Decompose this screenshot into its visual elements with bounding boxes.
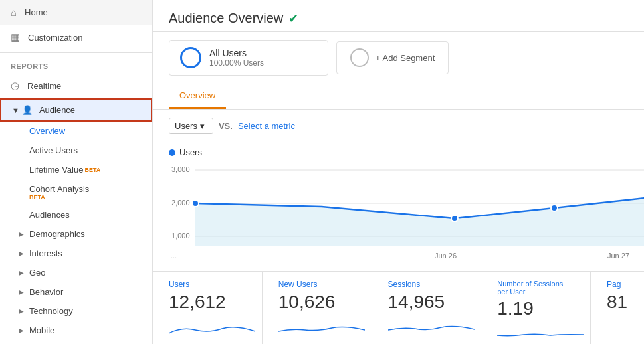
lifetime-beta-badge: BETA [84, 167, 100, 173]
audience-label: Audience [39, 105, 75, 115]
sidebar-item-cohort-analysis[interactable]: Cohort Analysis BETA [0, 179, 152, 205]
mobile-arrow-icon: ▶ [19, 327, 24, 334]
sidebar-item-interests[interactable]: ▶ Interests [0, 244, 152, 263]
geo-arrow-icon: ▶ [19, 269, 24, 276]
chart-dot-start [192, 200, 199, 207]
interests-arrow-icon: ▶ [19, 250, 24, 257]
chart-legend: Users [169, 147, 628, 157]
stat-value-sessions: 14,965 [388, 292, 465, 313]
dropdown-arrow-icon: ▾ [200, 121, 205, 131]
reports-section-label: REPORTS [0, 56, 152, 73]
tabs-bar: Overview [153, 84, 644, 110]
audience-expand-arrow: ▼ [12, 106, 19, 114]
sidebar-item-technology[interactable]: ▶ Technology [0, 301, 152, 321]
dropdown-label: Users [175, 121, 197, 131]
sidebar-audience-header[interactable]: ▼ 👤 Audience [0, 98, 152, 122]
stat-label-users[interactable]: Users [169, 280, 246, 289]
sparkline-new-users [278, 317, 365, 337]
stat-value-sessions-per-user: 1.19 [497, 298, 574, 319]
segment-pct: 100.00% Users [209, 58, 264, 68]
stat-value-new-users: 10,626 [278, 292, 356, 313]
technology-arrow-icon: ▶ [19, 307, 24, 315]
demographics-arrow-icon: ▶ [19, 230, 24, 238]
chart-dot-mid [451, 215, 458, 222]
sparkline-users [169, 317, 255, 337]
home-label: Home [25, 7, 48, 17]
add-segment-button[interactable]: + Add Segment [336, 41, 449, 74]
svg-text:1,000: 1,000 [171, 232, 190, 240]
sparkline-sessions [388, 317, 475, 337]
stat-label-new-users[interactable]: New Users [278, 280, 356, 289]
sidebar-item-lifetime-value[interactable]: Lifetime Value BETA [0, 160, 152, 179]
realtime-label: Realtime [27, 81, 61, 91]
main-header: Audience Overview ✔ [153, 0, 644, 32]
chart-area: Users 3,000 2,000 1,000 . [153, 142, 644, 268]
customization-label: Customization [28, 33, 82, 43]
sidebar-item-geo[interactable]: ▶ Geo [0, 263, 152, 282]
customization-icon: ▦ [11, 31, 20, 43]
all-users-segment[interactable]: All Users 100.00% Users [169, 40, 328, 76]
sidebar-item-mobile[interactable]: ▶ Mobile [0, 321, 152, 340]
stat-card-new-users: New Users 10,626 [263, 272, 372, 344]
sidebar-item-realtime[interactable]: ◷ Realtime [0, 73, 152, 98]
stat-label-sessions[interactable]: Sessions [388, 280, 465, 289]
add-segment-label: + Add Segment [376, 53, 435, 63]
stat-value-users: 12,612 [169, 292, 246, 313]
chart-svg-container: 3,000 2,000 1,000 ... Jun 26 Jun 27 [169, 160, 628, 268]
legend-dot-users [169, 149, 175, 156]
segment-circle [180, 47, 201, 68]
sidebar-item-overview[interactable]: Overview [0, 122, 152, 141]
sidebar-item-audiences[interactable]: Audiences [0, 205, 152, 224]
sidebar-item-active-users[interactable]: Active Users [0, 141, 152, 160]
svg-text:Jun 26: Jun 26 [435, 252, 457, 260]
cohort-beta-badge: BETA [29, 194, 45, 201]
svg-text:3,000: 3,000 [171, 165, 190, 173]
stats-row: Users 12,612 New Users 10,626 Sessions 1… [153, 271, 644, 344]
select-metric-link[interactable]: Select a metric [238, 121, 295, 131]
main-content: Audience Overview ✔ All Users 100.00% Us… [153, 0, 644, 344]
sidebar-item-customization[interactable]: ▦ Customization [0, 25, 152, 50]
svg-text:...: ... [171, 252, 177, 260]
sidebar-item-cross-device[interactable]: ▶ Cross Device BETA [0, 340, 152, 344]
users-metric-dropdown[interactable]: Users ▾ [169, 118, 213, 134]
verified-icon: ✔ [288, 11, 298, 26]
sparkline-sessions-per-user [497, 323, 584, 343]
stat-value-pages: 81 [607, 292, 628, 313]
legend-label-users: Users [179, 147, 202, 157]
stat-card-sessions: Sessions 14,965 [372, 272, 482, 344]
sidebar-item-behavior[interactable]: ▶ Behavior [0, 282, 152, 301]
home-icon: ⌂ [11, 7, 17, 18]
segment-bar: All Users 100.00% Users + Add Segment [153, 32, 644, 84]
stat-card-pages: Pag 81 [591, 272, 644, 344]
svg-text:Jun 27: Jun 27 [607, 252, 629, 260]
segment-info: All Users 100.00% Users [209, 48, 264, 68]
stat-label-sessions-per-user[interactable]: Number of Sessions per User [497, 280, 574, 296]
sidebar-item-demographics[interactable]: ▶ Demographics [0, 224, 152, 244]
stat-card-users: Users 12,612 [153, 272, 263, 344]
svg-text:2,000: 2,000 [171, 199, 190, 207]
audience-person-icon: 👤 [22, 105, 33, 115]
behavior-arrow-icon: ▶ [19, 288, 24, 296]
add-segment-circle-icon [350, 48, 369, 67]
vs-label: VS. [219, 121, 233, 131]
chart-dot-jun27 [551, 205, 558, 211]
metric-controls: Users ▾ VS. Select a metric [153, 110, 644, 142]
stat-card-sessions-per-user: Number of Sessions per User 1.19 [481, 272, 591, 344]
sidebar: ⌂ Home ▦ Customization REPORTS ◷ Realtim… [0, 0, 153, 344]
line-chart: 3,000 2,000 1,000 ... Jun 26 Jun 27 [169, 160, 644, 266]
tab-overview[interactable]: Overview [169, 84, 226, 109]
segment-name: All Users [209, 48, 264, 58]
realtime-icon: ◷ [11, 80, 19, 92]
page-title: Audience Overview [169, 11, 283, 26]
sidebar-item-home[interactable]: ⌂ Home [0, 0, 152, 25]
stat-label-pages[interactable]: Pag [607, 280, 628, 289]
